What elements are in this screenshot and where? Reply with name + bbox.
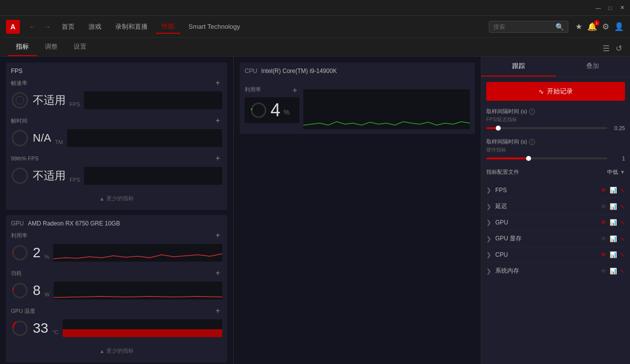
gpu-section-header: GPU AMD Radeon RX 6750 GRE 10GB <box>11 220 222 227</box>
main-content: FPS 帧速率 + 不适用 FPS <box>0 57 630 364</box>
account-icon[interactable]: 👤 <box>614 22 624 31</box>
gpu-power-add[interactable]: + <box>213 269 222 278</box>
fps-chevron-icon[interactable]: ❯ <box>486 187 491 194</box>
gpu-section: GPU AMD Radeon RX 6750 GRE 10GB 利用率 + <box>6 215 227 363</box>
sysmem-bar-icon[interactable]: 📊 <box>610 268 617 275</box>
sampling1-info[interactable]: i <box>529 109 535 115</box>
star-icon[interactable]: ★ <box>575 22 582 31</box>
cpu-util-box: 4 % <box>245 97 299 123</box>
framerate-gauge <box>11 91 29 109</box>
right-tab-track[interactable]: 跟踪 <box>481 57 556 76</box>
tab-settings[interactable]: 设置 <box>66 38 94 56</box>
nav-record[interactable]: 录制和直播 <box>109 20 154 33</box>
cpu-util-add[interactable]: + <box>290 86 299 95</box>
right-tabs: 跟踪 叠加 <box>481 57 630 77</box>
nav-smart-tech[interactable]: Smart Technology <box>182 21 246 32</box>
window-maximize[interactable]: □ <box>606 4 614 12</box>
window-close[interactable]: ✕ <box>618 4 626 12</box>
app-logo: A <box>6 20 20 34</box>
nav-home[interactable]: 首页 <box>56 20 81 33</box>
latency-bar-icon[interactable]: 📊 <box>610 203 617 210</box>
frametime-add[interactable]: + <box>213 116 222 125</box>
cpu-header: CPU Intel(R) Core(TM) i9-14900K <box>245 68 470 74</box>
refresh-icon[interactable]: ↺ <box>616 44 622 53</box>
settings-icon[interactable]: ⚙ <box>602 22 609 31</box>
gpu-metric-icons: 👁 📊 ∿ <box>601 219 625 226</box>
list-icon[interactable]: ☰ <box>603 44 610 53</box>
cpu-chevron-icon[interactable]: ❯ <box>486 251 491 258</box>
right-panel: 跟踪 叠加 ∿ 开始记录 取样间隔时间 (s) i FPS/延迟指标 <box>481 57 630 364</box>
gpu-more-metrics[interactable]: ▲ 更少的指标 <box>11 344 222 358</box>
fps-wave-icon[interactable]: ∿ <box>620 187 625 194</box>
vram-wave-icon[interactable]: ∿ <box>620 235 625 242</box>
latency-chevron-icon[interactable]: ❯ <box>486 203 491 210</box>
sysmem-wave-icon[interactable]: ∿ <box>620 268 625 275</box>
sampling1-thumb[interactable] <box>496 126 501 131</box>
gpu-util-add[interactable]: + <box>213 231 222 240</box>
search-box[interactable]: 🔍 <box>489 21 568 33</box>
sampling2-track[interactable] <box>486 157 607 159</box>
frametime-row: 帧时间 + N/A TM <box>11 116 222 147</box>
bell-badge: 1 <box>594 20 600 26</box>
nav-performance[interactable]: 性能 <box>156 20 180 34</box>
nav-games[interactable]: 游戏 <box>83 20 107 33</box>
nav-back[interactable]: ← <box>26 21 39 33</box>
svg-point-1 <box>16 96 24 104</box>
sampling1-track[interactable] <box>486 127 607 129</box>
sysmem-eye-icon[interactable]: 👁 <box>601 268 607 275</box>
cpu-util-box-wrapper: 利用率 + 4 % <box>245 86 299 123</box>
fps-eye-icon[interactable]: 👁 <box>601 187 607 194</box>
right-content: ∿ 开始记录 取样间隔时间 (s) i FPS/延迟指标 0.25 <box>481 77 630 364</box>
fps99-metric: 不适用 FPS <box>11 167 222 185</box>
gpu-bar-icon[interactable]: 📊 <box>610 219 617 226</box>
svg-rect-6 <box>84 167 222 185</box>
vram-eye-icon[interactable]: 👁 <box>601 235 607 242</box>
svg-rect-2 <box>84 91 222 109</box>
latency-metric-name: 延迟 <box>495 202 601 211</box>
cpu-eye-icon[interactable]: 👁 <box>601 251 607 258</box>
sampling1-label: 取样间隔时间 (s) i <box>486 108 625 115</box>
latency-wave-icon[interactable]: ∿ <box>620 203 625 210</box>
config-dropdown-row: 指标配置文件 中低 ▼ <box>486 168 625 176</box>
svg-point-17 <box>252 103 266 117</box>
search-input[interactable] <box>493 23 553 30</box>
gpu-eye-icon[interactable]: 👁 <box>601 219 607 226</box>
fps99-add[interactable]: + <box>213 154 222 163</box>
fps-metric-icons: 👁 📊 ∿ <box>601 187 625 194</box>
bell-icon[interactable]: 🔔 1 <box>587 22 597 31</box>
sysmem-chevron-icon[interactable]: ❯ <box>486 268 491 275</box>
frametime-value: N/A <box>33 133 51 144</box>
gpu-chevron-icon[interactable]: ❯ <box>486 219 491 226</box>
vram-chevron-icon[interactable]: ❯ <box>486 235 491 242</box>
fps-more-metrics[interactable]: ▲ 更少的指标 <box>11 192 222 205</box>
tab-metrics[interactable]: 指标 <box>8 38 37 56</box>
sampling2-value: 1 <box>611 155 625 161</box>
gpu-wave-icon[interactable]: ∿ <box>620 219 625 226</box>
gpu-power-label: 功耗 <box>11 270 22 277</box>
svg-point-0 <box>12 93 27 108</box>
tab-adjust[interactable]: 调整 <box>37 38 66 56</box>
fps99-row: 99th% FPS + 不适用 FPS <box>11 154 222 185</box>
cpu-wave-icon[interactable]: ∿ <box>620 251 625 258</box>
vram-metric-icons: 👁 📊 ∿ <box>601 235 625 242</box>
sampling2-thumb[interactable] <box>526 156 531 161</box>
gpu-temp-metric: 33 °C <box>11 319 222 337</box>
right-tab-overlay[interactable]: 叠加 <box>556 57 630 76</box>
sampling1-sub: FPS/延迟指标 <box>486 116 625 123</box>
gpu-power-chart <box>54 282 222 299</box>
sysmem-metric-name: 系统内存 <box>495 267 601 275</box>
gpu-power-value: 8 <box>33 284 41 297</box>
latency-eye-icon[interactable]: 👁 <box>601 203 607 210</box>
vram-bar-icon[interactable]: 📊 <box>610 235 617 242</box>
gpu-temp-gauge <box>11 319 29 337</box>
window-minimize[interactable]: — <box>594 4 602 12</box>
nav-forward[interactable]: → <box>41 21 54 33</box>
title-bar: — □ ✕ <box>0 0 630 16</box>
record-button[interactable]: ∿ 开始记录 <box>486 82 625 101</box>
fps-bar-icon[interactable]: 📊 <box>610 187 617 194</box>
sampling2-info[interactable]: i <box>529 139 535 145</box>
cpu-bar-icon[interactable]: 📊 <box>610 251 617 258</box>
gpu-temp-add[interactable]: + <box>213 306 222 315</box>
config-value-row[interactable]: 中低 ▼ <box>607 168 625 176</box>
framerate-add[interactable]: + <box>213 78 222 87</box>
